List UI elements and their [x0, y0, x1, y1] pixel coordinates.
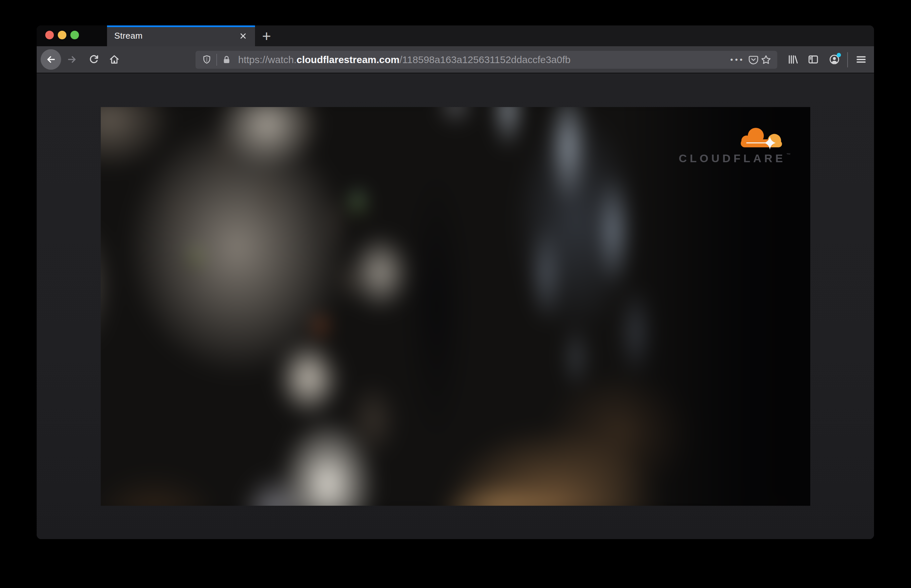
desktop-background: Stream +	[0, 0, 911, 588]
tab-title: Stream	[114, 31, 236, 41]
navigation-toolbar: https://watch.cloudflarestream.com/11859…	[37, 46, 874, 73]
cloudflare-wordmark: CLOUDFLARE	[679, 152, 786, 165]
tab-close-button[interactable]	[236, 29, 250, 43]
window-minimize-button[interactable]	[58, 31, 66, 39]
url-text: https://watch.cloudflarestream.com/11859…	[238, 54, 728, 65]
sidebar-button[interactable]	[806, 52, 821, 67]
home-icon	[108, 53, 120, 65]
url-path: /118598a163a125631152ddaccfe3a0fb	[400, 54, 571, 65]
pocket-icon	[748, 54, 759, 65]
url-bar[interactable]: https://watch.cloudflarestream.com/11859…	[195, 50, 777, 69]
toolbar-separator	[847, 52, 848, 67]
star-icon	[761, 54, 772, 65]
bookmark-star-button[interactable]	[760, 53, 772, 67]
forward-arrow-icon	[66, 53, 78, 65]
page-actions-button[interactable]: •••	[728, 55, 747, 65]
cat-video-frame	[101, 107, 810, 506]
tab-strip-empty-area	[255, 26, 874, 46]
urlbar-separator	[216, 54, 217, 66]
page-content: CLOUDFLARE™	[37, 74, 874, 539]
new-tab-button[interactable]: +	[258, 28, 275, 44]
browser-window: Stream +	[37, 26, 874, 539]
account-notification-dot	[837, 53, 841, 57]
window-zoom-button[interactable]	[70, 31, 79, 39]
forward-button[interactable]	[65, 52, 79, 67]
library-icon	[787, 53, 799, 65]
pocket-button[interactable]	[747, 53, 760, 67]
url-prefix: https://watch.	[238, 54, 297, 65]
account-button[interactable]	[827, 52, 842, 67]
video-player[interactable]: CLOUDFLARE™	[101, 107, 810, 506]
close-icon	[239, 32, 247, 40]
url-domain: cloudflarestream.com	[297, 54, 400, 65]
plus-icon: +	[262, 27, 271, 45]
window-close-button[interactable]	[45, 31, 54, 39]
back-button[interactable]	[40, 49, 61, 70]
lock-icon	[221, 55, 232, 65]
connection-secure-button[interactable]	[220, 53, 233, 67]
shield-icon	[202, 55, 212, 65]
sidebar-icon	[807, 53, 819, 65]
menu-button[interactable]	[854, 52, 868, 67]
library-button[interactable]	[785, 52, 800, 67]
active-tab-indicator	[107, 26, 255, 27]
cloudflare-cloud-icon	[737, 124, 788, 150]
reload-icon	[88, 53, 100, 65]
traffic-lights	[45, 31, 79, 39]
home-button[interactable]	[107, 52, 121, 67]
cloudflare-logo-text: CLOUDFLARE™	[679, 153, 791, 164]
tab-bar: Stream +	[37, 26, 874, 46]
hamburger-icon	[855, 53, 867, 66]
trademark-symbol: ™	[787, 152, 791, 157]
tab-stream[interactable]: Stream	[107, 26, 255, 46]
cloudflare-logo: CLOUDFLARE™	[679, 124, 791, 164]
reload-button[interactable]	[87, 52, 101, 67]
tracking-protection-button[interactable]	[200, 53, 213, 67]
back-arrow-icon	[45, 53, 57, 65]
